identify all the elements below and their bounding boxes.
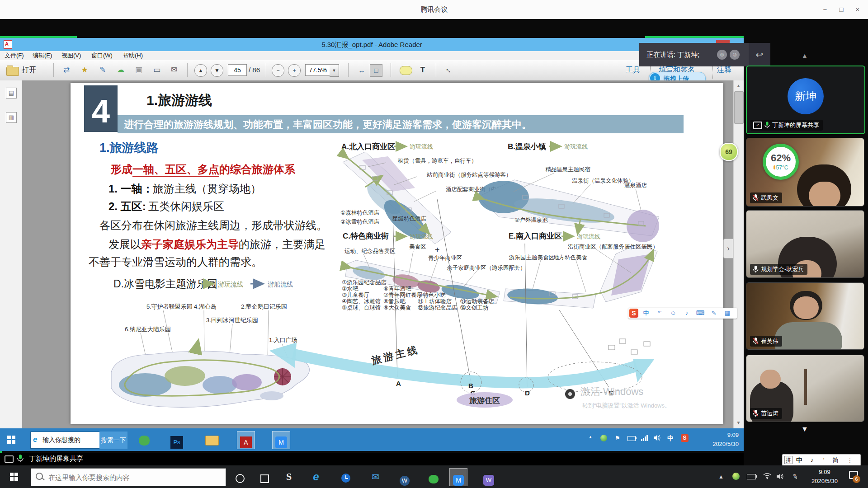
ime-chinese-icon[interactable]: 中 [640,308,652,319]
page-up-button[interactable]: ▲ [194,64,207,77]
open-button[interactable]: 打开 [22,63,36,77]
cloud-upload-icon[interactable]: ☁ [114,63,127,77]
participant-tile[interactable]: 62% 57°C 武凤文 [746,138,864,206]
sign-icon[interactable]: ✎ [96,63,109,77]
scrollbar-thumb[interactable] [734,91,744,124]
page-number-input[interactable]: 45 [228,64,247,76]
adobe-taskbar-icon[interactable]: A [237,431,255,449]
ime-pen-icon[interactable]: ✎ [708,308,720,319]
meeting-app-icon[interactable]: M [449,468,467,486]
edge-icon[interactable]: e [307,468,325,485]
ime-grid-icon[interactable]: ▦ [722,308,733,319]
s-app-icon[interactable]: S [280,468,297,485]
tray-expand-icon[interactable]: ▲ [587,435,594,439]
comment-bubble-icon[interactable] [400,66,412,75]
pdf-create-icon[interactable]: ★ [78,63,91,77]
action-center-flag-icon[interactable]: ⚑ [614,435,621,441]
speaker-tray-icon[interactable] [654,435,661,443]
w-app-icon[interactable]: W [396,468,413,485]
ime-voice-icon[interactable]: ♪ [681,308,693,319]
ime-zh-icon[interactable]: 中 [793,455,805,465]
wifi-icon[interactable] [763,473,771,481]
pdf-convert-icon[interactable]: ⇄ [60,63,73,77]
taskbar-search-box[interactable] [31,468,226,486]
ime-language-tray-icon[interactable]: 中 [666,435,675,443]
back-arrow-icon[interactable]: ↩ [749,43,770,66]
scroll-up-icon[interactable]: ▲ [733,81,744,90]
zoom-dropdown[interactable]: ▼ [330,64,339,77]
menu-window[interactable]: 窗口(W) [90,51,114,60]
sogou-ime-toolbar[interactable]: S 中 °’ ☺ ♪ ⌨ ✎ ▦ [628,308,737,319]
meeting-close-button[interactable]: × [852,4,863,15]
sidebar-scroll-up-icon[interactable]: ▲ [798,52,811,60]
participant-tile-screenshare[interactable]: 新坤 ↗ 丁新坤的屏幕共享 [746,66,865,134]
ie-search-button[interactable]: 搜索一下 [99,432,127,449]
page-down-button[interactable]: ▼ [211,64,223,77]
page-thumbnails-icon[interactable]: ▤ [6,88,17,99]
ie-search-box[interactable]: e [30,432,100,449]
ime-emoji-icon[interactable]: ☺ [667,308,679,319]
email-icon[interactable]: ✉ [167,63,181,77]
presenter-start-button[interactable] [7,436,15,444]
cortana-icon[interactable] [231,468,249,485]
menu-edit[interactable]: 编辑(E) [31,51,54,60]
wechat-icon[interactable] [425,468,442,485]
panel-toggle-arrow[interactable]: › [723,239,733,258]
meeting-maximize-button[interactable]: □ [835,4,847,15]
zoom-level-input[interactable]: 77.5% [305,64,330,76]
ime-sound-icon[interactable]: ♪ [806,455,818,465]
battery-tray-icon[interactable] [627,436,636,441]
ime-punct-icon[interactable]: ’ [818,455,830,465]
b-section-title: B.温泉小镇 [508,142,546,151]
meeting-taskbar-icon[interactable]: M [272,431,290,449]
ime-status-bar[interactable]: 拼 中 ♪ ’ 简 ⋮ [782,454,861,466]
save-icon[interactable]: ▣ [132,63,146,77]
start-button[interactable] [10,473,18,481]
sogou-logo-icon[interactable]: S [629,309,638,318]
highlight-text-icon[interactable]: T [416,63,429,77]
battery-icon[interactable] [747,474,756,479]
tray-expand-icon[interactable]: ▲ [712,468,730,485]
open-folder-icon[interactable] [6,67,19,76]
ime-keyboard-icon[interactable]: ⌨ [694,308,706,319]
zoom-out-button[interactable]: − [272,64,284,77]
taskbar-search-input[interactable] [47,470,221,484]
ie-search-input[interactable] [42,433,100,447]
reaction-icon[interactable]: ☺ [730,50,740,60]
sidebar-scroll-down-icon[interactable]: ▼ [798,425,811,433]
participant-tile[interactable]: 规划学会-耿宏兵 [746,210,864,278]
floating-assistant-bubble[interactable]: 69 [720,143,738,161]
attachments-icon[interactable]: ▥ [6,112,17,123]
fit-page-button[interactable]: □ [370,64,382,77]
participant-tile[interactable]: 苗运涛 [746,355,864,422]
ime-simplified-icon[interactable]: 简 [830,455,841,465]
ime-punctuation-icon[interactable]: °’ [654,308,665,319]
wechat-taskbar-icon[interactable] [136,431,153,448]
antivirus-tray-icon[interactable] [732,473,740,480]
vertical-scrollbar[interactable] [733,80,744,428]
viewer-clock[interactable]: 9:09 2020/5/30 [807,468,842,486]
print-icon[interactable]: ▭ [150,63,164,77]
zoom-in-button[interactable]: + [288,64,301,77]
photoshop-taskbar-icon[interactable]: Ps [168,431,185,448]
task-view-icon[interactable] [256,468,273,485]
tools-tab[interactable]: 工具 [626,63,640,77]
explorer-taskbar-icon[interactable] [203,431,221,448]
reaction-icon[interactable]: ☺ [717,50,727,60]
menu-help[interactable]: 帮助(H) [121,51,145,60]
meeting-minimize-button[interactable]: − [819,4,831,15]
wps-edu-icon[interactable]: W [480,468,497,485]
ime-pinyin-icon[interactable]: 拼 [784,456,793,464]
sogou-tray-icon[interactable]: S [681,434,689,442]
scroll-down-icon[interactable]: ▼ [733,418,744,427]
menu-file[interactable]: 文件(F) [3,51,26,60]
fit-width-button[interactable]: ↔ [355,64,368,77]
clock-app-icon[interactable] [337,468,354,485]
mail-app-icon[interactable]: ✉ [367,468,384,485]
ime-more-icon[interactable]: ⋮ [844,455,856,465]
menu-view[interactable]: 视图(V) [60,51,83,60]
participant-tile[interactable]: 崔英伟 [746,282,864,350]
volume-icon[interactable] [777,473,784,482]
antivirus-tray-icon[interactable] [600,435,607,441]
presenter-clock[interactable]: 9:09 2020/5/30 [701,431,739,449]
